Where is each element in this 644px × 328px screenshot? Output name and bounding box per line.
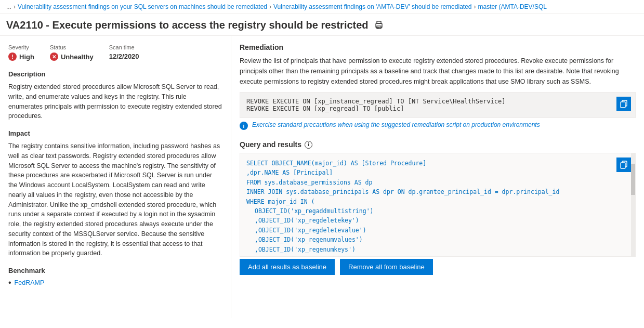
benchmark-title: Benchmark	[8, 267, 222, 274]
button-row: Add all results as baseline Remove all f…	[240, 259, 636, 275]
print-icon[interactable]	[374, 20, 384, 31]
add-baseline-button[interactable]: Add all results as baseline	[240, 259, 335, 275]
page-title: VA2110 - Execute permissions to access t…	[6, 19, 369, 31]
benchmark-bullet: •	[8, 279, 11, 287]
main-layout: Severity ! High Status ✕ Unhealthy Scan …	[0, 36, 644, 318]
query-section: Query and results i SELECT OBJECT_NAME(m…	[240, 140, 636, 275]
title-row: VA2110 - Execute permissions to access t…	[0, 14, 644, 36]
remediation-text: Review the list of principals that have …	[240, 56, 636, 87]
remove-baseline-button[interactable]: Remove all from baseline	[340, 259, 433, 275]
remediation-code-line-1: REVOKE EXECUTE ON [xp_instance_regread] …	[246, 98, 629, 105]
query-title-text: Query and results	[240, 140, 301, 149]
svg-rect-1	[377, 21, 381, 23]
breadcrumb: ... › Vulnerability assessment findings …	[0, 0, 644, 14]
query-title: Query and results i	[240, 140, 636, 149]
status-icon: ✕	[50, 53, 58, 61]
query-scrollbar-thumb	[631, 164, 635, 195]
breadcrumb-link-2[interactable]: Vulnerability assessment findings on 'AM…	[273, 3, 471, 10]
remediation-code-box: REVOKE EXECUTE ON [xp_instance_regread] …	[240, 92, 636, 118]
copy-remediation-button[interactable]	[616, 97, 631, 111]
description-body: Registry extended stored procedures allo…	[8, 82, 222, 121]
status-value: ✕ Unhealthy	[50, 53, 94, 61]
query-line-1: SELECT OBJECT_NAME(major_id) AS [Stored …	[246, 159, 619, 168]
query-line-6: OBJECT_ID('xp_regaddmultistring')	[246, 206, 619, 216]
impact-body: The registry contains sensitive informat…	[8, 141, 222, 258]
query-line-7: ,OBJECT_ID('xp_regdeletekey')	[246, 216, 619, 225]
query-code-box: SELECT OBJECT_NAME(major_id) AS [Stored …	[240, 153, 636, 257]
right-panel: Remediation Review the list of principal…	[231, 36, 644, 318]
status-label: Status	[50, 44, 94, 50]
query-line-3: FROM sys.database_permissions AS dp	[246, 178, 619, 187]
impact-title: Impact	[8, 129, 222, 137]
query-line-9: ,OBJECT_ID('xp_regenumvalues')	[246, 235, 619, 244]
breadcrumb-link-3[interactable]: master (AMTA-DEV/SQL	[478, 3, 546, 10]
remediation-code-line-2: REVOKE EXECUTE ON [xp_regread] TO [publi…	[246, 105, 629, 112]
query-scrollbar[interactable]	[631, 153, 635, 256]
info-banner: i Exercise standard precautions when usi…	[240, 121, 636, 130]
benchmark-link[interactable]: FedRAMP	[15, 279, 45, 286]
benchmark-section: Benchmark • FedRAMP	[8, 267, 222, 287]
query-line-5: WHERE major_id IN (	[246, 197, 619, 206]
query-line-4: INNER JOIN sys.database_principals AS dp…	[246, 187, 619, 196]
query-info-icon: i	[305, 141, 312, 149]
remediation-title: Remediation	[240, 43, 636, 51]
info-icon: i	[240, 122, 248, 130]
svg-rect-6	[621, 102, 625, 108]
scan-time-item: Scan time 12/2/2020	[109, 44, 155, 60]
left-panel: Severity ! High Status ✕ Unhealthy Scan …	[0, 36, 231, 318]
query-code: SELECT OBJECT_NAME(major_id) AS [Stored …	[246, 159, 629, 257]
scan-time-value: 12/2/2020	[109, 53, 139, 60]
severity-text: High	[19, 53, 34, 61]
severity-value: ! High	[8, 53, 34, 61]
query-line-11: ,OBJECT_ID('xp_regread')	[246, 254, 619, 257]
copy-query-button[interactable]	[616, 158, 631, 172]
description-title: Description	[8, 70, 222, 78]
severity-label: Severity	[8, 44, 34, 50]
impact-section: Impact The registry contains sensitive i…	[8, 129, 222, 258]
scan-time-text: 12/2/2020	[109, 53, 139, 60]
breadcrumb-link-1[interactable]: Vulnerability assessment findings on you…	[18, 3, 267, 10]
status-item: Status ✕ Unhealthy	[50, 44, 109, 61]
svg-rect-8	[621, 163, 625, 168]
query-line-10: ,OBJECT_ID('xp_regenumkeys')	[246, 245, 619, 254]
status-text: Unhealthy	[61, 53, 94, 61]
scan-time-label: Scan time	[109, 44, 139, 50]
meta-row: Severity ! High Status ✕ Unhealthy Scan …	[8, 44, 222, 61]
description-section: Description Registry extended stored pro…	[8, 70, 222, 121]
breadcrumb-dots: ...	[6, 3, 11, 10]
severity-icon: !	[8, 53, 17, 61]
query-line-2: ,dpr.NAME AS [Principal]	[246, 168, 619, 177]
query-line-8: ,OBJECT_ID('xp_regdeletevalue')	[246, 226, 619, 235]
benchmark-item[interactable]: • FedRAMP	[8, 279, 222, 287]
remediation-section: Remediation Review the list of principal…	[240, 43, 636, 133]
severity-item: Severity ! High	[8, 44, 50, 61]
info-text: Exercise standard precautions when using…	[252, 121, 540, 128]
